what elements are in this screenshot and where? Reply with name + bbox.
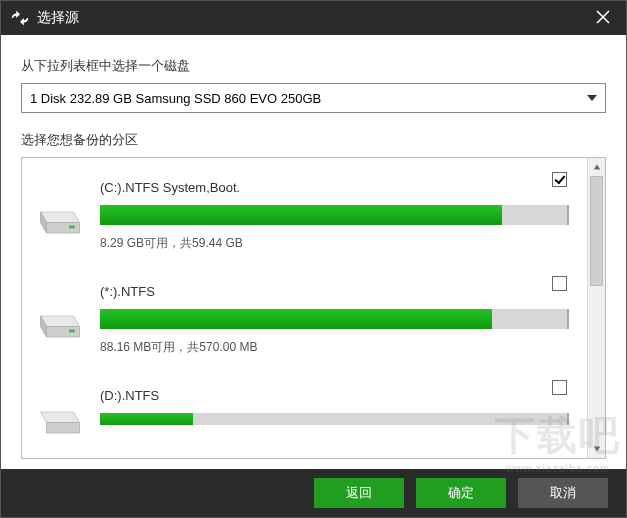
partition-stat: 8.29 GB可用，共59.44 GB xyxy=(100,235,569,252)
svg-marker-8 xyxy=(41,412,80,423)
disk-select-label: 从下拉列表框中选择一个磁盘 xyxy=(21,57,606,75)
svg-marker-0 xyxy=(41,212,80,223)
svg-rect-3 xyxy=(69,226,75,229)
usage-fill xyxy=(100,309,492,329)
disk-icon xyxy=(36,402,84,440)
partition-row: (C:).NTFS System,Boot. 8.29 GB可用，共59.44 … xyxy=(30,166,579,270)
partition-row: (D:).NTFS xyxy=(30,374,579,440)
dialog-body: 从下拉列表框中选择一个磁盘 1 Disk 232.89 GB Samsung S… xyxy=(1,35,626,469)
partition-list: (C:).NTFS System,Boot. 8.29 GB可用，共59.44 … xyxy=(22,158,587,458)
chevron-down-icon xyxy=(587,95,597,101)
scroll-up-button[interactable] xyxy=(588,158,606,176)
dialog-window: 选择源 从下拉列表框中选择一个磁盘 1 Disk 232.89 GB Samsu… xyxy=(0,0,627,518)
disk-dropdown-value: 1 Disk 232.89 GB Samsung SSD 860 EVO 250… xyxy=(30,91,321,106)
usage-bar xyxy=(100,309,569,329)
partition-row: (*:).NTFS 88.16 MB可用，共570.00 MB xyxy=(30,270,579,374)
close-button[interactable] xyxy=(590,8,616,29)
partition-checkbox[interactable] xyxy=(552,380,567,395)
partition-name: (D:).NTFS xyxy=(100,388,569,403)
svg-marker-9 xyxy=(47,423,80,434)
ok-button[interactable]: 确定 xyxy=(416,478,506,508)
scroll-track[interactable] xyxy=(588,176,605,440)
app-icon xyxy=(11,9,29,27)
disk-icon xyxy=(36,202,84,240)
partition-checkbox[interactable] xyxy=(552,276,567,291)
usage-bar xyxy=(100,205,569,225)
partition-select-label: 选择您想备份的分区 xyxy=(21,131,606,149)
title-bar: 选择源 xyxy=(1,1,626,35)
close-icon xyxy=(596,10,610,24)
usage-fill xyxy=(100,413,193,425)
partition-stat: 88.16 MB可用，共570.00 MB xyxy=(100,339,569,356)
usage-fill xyxy=(100,205,502,225)
partition-checkbox[interactable] xyxy=(552,172,567,187)
svg-rect-7 xyxy=(69,330,75,333)
cancel-button[interactable]: 取消 xyxy=(518,478,608,508)
partition-name: (C:).NTFS System,Boot. xyxy=(100,180,569,195)
dialog-title: 选择源 xyxy=(37,9,79,27)
scroll-thumb[interactable] xyxy=(590,176,603,286)
scrollbar[interactable] xyxy=(587,158,605,458)
dialog-footer: 返回 确定 取消 xyxy=(1,469,626,517)
disk-icon xyxy=(36,306,84,344)
usage-bar xyxy=(100,413,569,425)
partition-list-container: (C:).NTFS System,Boot. 8.29 GB可用，共59.44 … xyxy=(21,157,606,459)
svg-marker-4 xyxy=(41,316,80,327)
back-button[interactable]: 返回 xyxy=(314,478,404,508)
scroll-down-button[interactable] xyxy=(588,440,606,458)
partition-name: (*:).NTFS xyxy=(100,284,569,299)
disk-dropdown[interactable]: 1 Disk 232.89 GB Samsung SSD 860 EVO 250… xyxy=(21,83,606,113)
